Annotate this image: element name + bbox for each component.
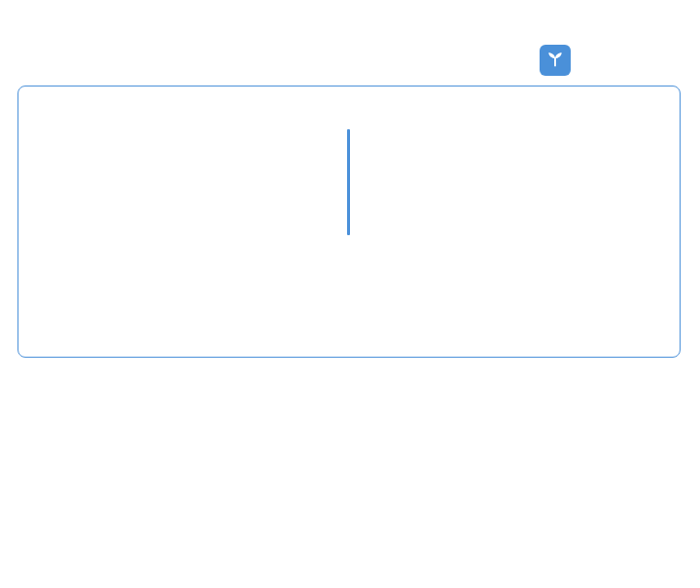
chart-bar-0 [347,129,350,235]
sprout-icon [545,49,565,72]
header-badge [540,45,571,76]
chart-panel [18,86,681,358]
